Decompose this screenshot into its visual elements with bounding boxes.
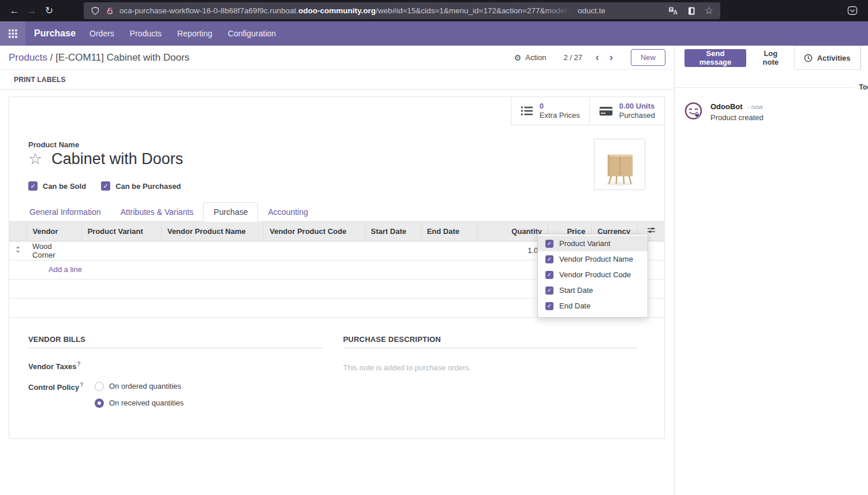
chatter-panel: Send message Log note Activities Today: [674, 46, 868, 495]
drag-handle-icon[interactable]: [9, 241, 27, 260]
reader-mode-icon[interactable]: [687, 6, 696, 16]
address-bar[interactable]: oca-purchase-workflow-16-0-8b68f7a69f9c.…: [84, 2, 720, 19]
pager-previous-button[interactable]: ‹: [590, 51, 604, 64]
can-be-purchased-checkbox[interactable]: ✓ Can be Purchased: [101, 181, 181, 191]
tab-attributes-variants[interactable]: Attributes & Variants: [111, 202, 204, 222]
credit-card-icon: [599, 106, 613, 116]
cell-start-date[interactable]: [365, 241, 421, 260]
app-name[interactable]: Purchase: [34, 28, 76, 39]
svg-text:A: A: [673, 9, 678, 16]
form-content: 0 Extra Prices 0.00 Units: [0, 90, 674, 495]
menu-reporting[interactable]: Reporting: [177, 29, 212, 38]
product-header: Product Name ☆ Cabinet with Doors: [9, 125, 664, 168]
divider-line: [675, 87, 854, 88]
form-groups: VENDOR BILLS Vendor Taxes? Control Polic…: [9, 318, 664, 408]
cell-vendor-product-name[interactable]: [161, 241, 263, 260]
activities-button[interactable]: Activities: [794, 46, 860, 70]
col-vendor-product-name[interactable]: Vendor Product Name: [161, 222, 263, 241]
insecure-lock-icon[interactable]: [105, 6, 114, 16]
purchased-units-label: Purchased: [619, 111, 655, 120]
vendor-taxes-field[interactable]: [95, 361, 323, 371]
action-menu-button[interactable]: ⚙ Action: [514, 53, 547, 62]
log-note-button[interactable]: Log note: [757, 49, 785, 66]
purchase-description-group: PURCHASE DESCRIPTION This note is added …: [343, 335, 638, 408]
control-policy-radio-group: On ordered quantities On received quanti…: [95, 382, 184, 408]
menu-orders[interactable]: Orders: [89, 29, 114, 38]
dropdown-item-label: Vendor Product Code: [559, 270, 631, 279]
app-navbar: Purchase Orders Products Reporting Confi…: [0, 21, 868, 46]
tab-purchase[interactable]: Purchase: [203, 202, 258, 222]
product-name-label: Product Name: [28, 140, 645, 149]
cell-vendor[interactable]: Wood Corner: [27, 241, 81, 260]
purchase-description-input[interactable]: This note is added to purchase orders.: [343, 363, 638, 372]
radio-on-received-quantities[interactable]: On received quantities: [95, 399, 184, 408]
back-icon: ←: [10, 5, 20, 17]
menu-configuration[interactable]: Configuration: [228, 29, 276, 38]
dropdown-item-label: End Date: [559, 302, 590, 310]
optional-columns-dropdown: ✓ Product Variant ✓ Vendor Product Name …: [537, 234, 648, 318]
send-message-button[interactable]: Send message: [684, 49, 746, 67]
chevron-right-icon: ›: [609, 51, 613, 63]
breadcrumb-current: / [E-COM11] Cabinet with Doors: [50, 52, 190, 63]
button-box-bar: PRINT LABELS: [0, 70, 674, 90]
translate-icon[interactable]: A: [668, 6, 678, 16]
dropdown-item-vendor-product-code[interactable]: ✓ Vendor Product Code: [538, 267, 648, 282]
tab-accounting[interactable]: Accounting: [258, 202, 317, 222]
dropdown-item-product-variant[interactable]: ✓ Product Variant: [538, 236, 648, 251]
product-image[interactable]: [594, 139, 645, 190]
breadcrumb-products-link[interactable]: Products: [9, 52, 47, 63]
dropdown-item-label: Vendor Product Name: [559, 255, 633, 263]
message-body: Product created: [710, 113, 764, 122]
browser-toolbar: ← → ↻ oca-purchase-workflow-16-0-8b68f7a…: [0, 0, 868, 21]
checkbox-checked-icon: ✓: [28, 181, 38, 191]
dropdown-item-vendor-product-name[interactable]: ✓ Vendor Product Name: [538, 251, 648, 267]
extra-prices-value: 0: [540, 102, 580, 111]
print-labels-button[interactable]: PRINT LABELS: [14, 76, 66, 84]
cell-product-variant[interactable]: [81, 241, 161, 260]
message-author[interactable]: OdooBot: [710, 102, 743, 111]
browser-back-button[interactable]: ←: [6, 2, 23, 20]
tab-general-information[interactable]: General Information: [20, 202, 111, 222]
col-product-variant[interactable]: Product Variant: [81, 222, 161, 241]
forward-icon: →: [27, 5, 37, 17]
chatter-toolbar-edge: [860, 46, 868, 70]
product-name-value[interactable]: Cabinet with Doors: [51, 150, 183, 168]
product-flags: ✓ Can be Sold ✓ Can be Purchased: [9, 181, 664, 191]
bookmark-star-icon[interactable]: ☆: [705, 5, 713, 17]
pocket-sidebar-icon[interactable]: [847, 6, 858, 16]
extra-prices-stat-button[interactable]: 0 Extra Prices: [511, 97, 589, 125]
notebook-tabs: General Information Attributes & Variant…: [9, 202, 664, 222]
new-record-button[interactable]: New: [631, 49, 665, 66]
purchased-units-stat-button[interactable]: 0.00 Units Purchased: [589, 97, 664, 125]
menu-products[interactable]: Products: [130, 29, 162, 38]
cell-end-date[interactable]: [421, 241, 477, 260]
can-be-sold-checkbox[interactable]: ✓ Can be Sold: [28, 181, 86, 191]
action-label: Action: [525, 53, 546, 62]
shield-icon[interactable]: [91, 6, 100, 16]
breadcrumb: Products / [E-COM11] Cabinet with Doors: [9, 52, 189, 64]
checkbox-checked-icon: ✓: [545, 271, 553, 279]
apps-grid-icon: [9, 29, 17, 38]
cabinet-image: [594, 139, 645, 189]
browser-forward-button[interactable]: →: [23, 2, 40, 20]
col-start-date[interactable]: Start Date: [365, 222, 421, 241]
browser-reload-button[interactable]: ↻: [40, 2, 58, 20]
col-vendor-product-code[interactable]: Vendor Product Code: [264, 222, 365, 241]
col-vendor[interactable]: Vendor: [27, 222, 81, 241]
radio-unchecked-icon: [95, 382, 104, 391]
dropdown-item-start-date[interactable]: ✓ Start Date: [538, 282, 648, 298]
checkbox-checked-icon: ✓: [545, 286, 553, 295]
message-timestamp: - now: [747, 103, 763, 110]
radio-on-ordered-quantities[interactable]: On ordered quantities: [95, 382, 184, 391]
chatter-toolbar: Send message Log note Activities: [675, 46, 868, 70]
url-text: oca-purchase-workflow-16-0-8b68f7a69f9c.…: [119, 6, 605, 15]
favorite-star-icon[interactable]: ☆: [28, 151, 42, 167]
dropdown-item-end-date[interactable]: ✓ End Date: [538, 298, 648, 314]
radio-received-label: On received quantities: [109, 399, 184, 407]
apps-menu-button[interactable]: [0, 21, 25, 46]
pager-next-button[interactable]: ›: [604, 51, 618, 64]
col-end-date[interactable]: End Date: [421, 222, 477, 241]
add-a-line-link[interactable]: Add a line: [48, 265, 82, 274]
purchased-units-value: 0.00 Units: [619, 102, 655, 111]
cell-vendor-product-code[interactable]: [264, 241, 365, 260]
